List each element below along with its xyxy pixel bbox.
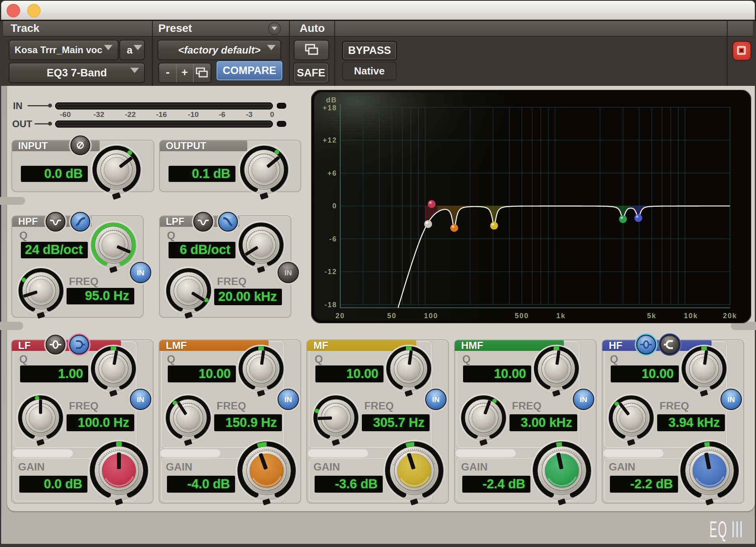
svg-text:-12: -12 <box>324 268 337 276</box>
svg-text:500: 500 <box>515 312 529 320</box>
svg-text:dB: dB <box>326 96 337 104</box>
svg-text:+6: +6 <box>327 169 337 177</box>
svg-text:IN: IN <box>432 395 440 404</box>
svg-text:-6: -6 <box>329 235 337 243</box>
svg-text:-18: -18 <box>324 301 337 309</box>
svg-text:10k: 10k <box>684 312 698 320</box>
svg-text:IN: IN <box>137 395 145 404</box>
svg-text:+18: +18 <box>322 104 337 112</box>
svg-text:0: 0 <box>332 202 337 210</box>
svg-text:IN: IN <box>285 269 292 277</box>
svg-text:IN: IN <box>580 395 587 404</box>
svg-text:20k: 20k <box>723 312 737 320</box>
svg-text:20: 20 <box>335 312 345 320</box>
svg-text:5k: 5k <box>647 312 656 320</box>
svg-text:IN: IN <box>285 395 292 404</box>
svg-text:50: 50 <box>387 312 397 320</box>
svg-text:1k: 1k <box>556 312 566 320</box>
svg-text:IN: IN <box>137 269 145 277</box>
svg-text:+12: +12 <box>322 136 337 144</box>
svg-text:100: 100 <box>424 312 438 320</box>
svg-text:IN: IN <box>728 395 735 404</box>
